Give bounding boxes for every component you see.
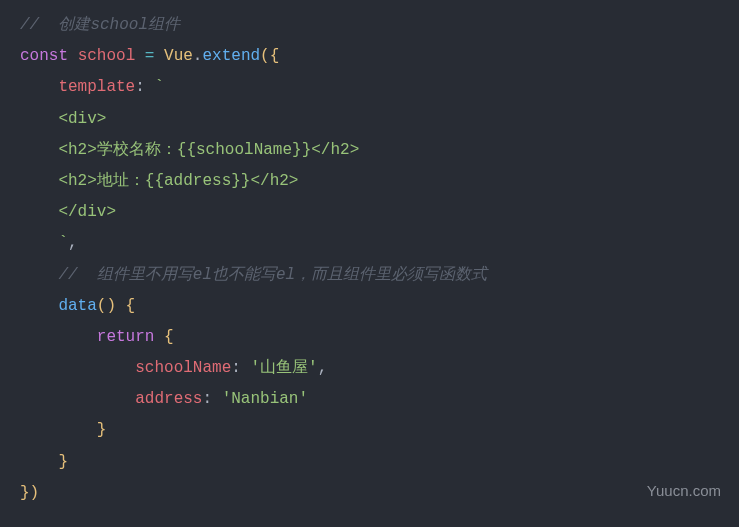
- code-line-8: `,: [20, 228, 719, 259]
- code-line-10: data() {: [20, 291, 719, 322]
- watermark: Yuucn.com: [647, 476, 721, 505]
- code-line-2: const school = Vue.extend({: [20, 41, 719, 72]
- code-line-5: <h2>学校名称：{{schoolName}}</h2>: [20, 135, 719, 166]
- code-line-4: <div>: [20, 104, 719, 135]
- code-line-7: </div>: [20, 197, 719, 228]
- code-line-9: // 组件里不用写el也不能写el，而且组件里必须写函数式: [20, 260, 719, 291]
- code-line-16: }): [20, 478, 719, 509]
- comment-text: // 组件里不用写el也不能写el，而且组件里必须写函数式: [58, 266, 487, 284]
- comment-text: // 创建school组件: [20, 16, 180, 34]
- code-line-12: schoolName: '山鱼屋',: [20, 353, 719, 384]
- code-line-3: template: `: [20, 72, 719, 103]
- code-line-13: address: 'Nanbian': [20, 384, 719, 415]
- code-block: // 创建school组件 const school = Vue.extend(…: [20, 10, 719, 509]
- code-line-6: <h2>地址：{{address}}</h2>: [20, 166, 719, 197]
- code-line-1: // 创建school组件: [20, 10, 719, 41]
- code-line-11: return {: [20, 322, 719, 353]
- code-line-14: }: [20, 415, 719, 446]
- code-line-15: }: [20, 447, 719, 478]
